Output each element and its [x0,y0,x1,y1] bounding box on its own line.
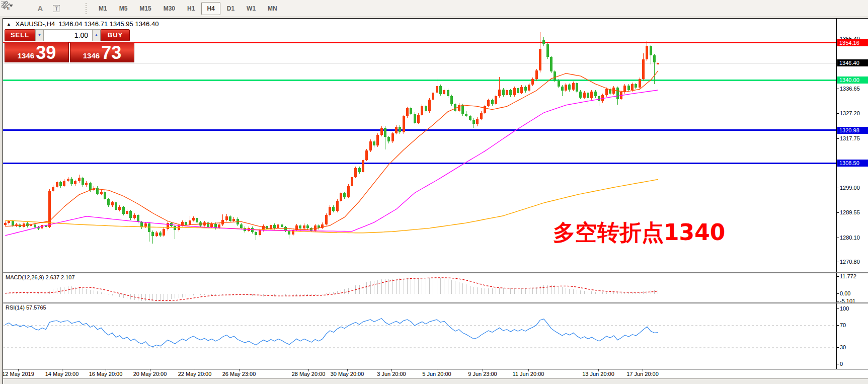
time-tick-label: 26 May 23:00 [222,371,256,377]
macd-label: MACD(12,26,9) 2.637 2.107 [6,274,75,280]
price-line-badge: 1340.00 [837,76,868,84]
text-tool-icon[interactable]: A [34,3,47,15]
collapse-triangle-icon[interactable]: ▲ [7,22,11,27]
time-tick-label: 11 Jun 20:00 [513,371,544,377]
rsi-chart [3,303,836,369]
arrow-objects-icon[interactable] [66,3,79,15]
volume-decrease-button[interactable]: ▼ [35,29,44,41]
time-axis: 12 May 201914 May 20:0016 May 20:0020 Ma… [3,369,868,378]
buy-price-main: 1346 [83,51,100,62]
time-tick-label: 17 Jun 20:00 [626,371,659,377]
timeframe-button-m1[interactable]: M1 [93,2,113,15]
price-tick-label: 1280.10 [840,235,860,241]
rsi-pane[interactable]: RSI(14) 57.5765 [3,303,836,369]
timeframe-button-h1[interactable]: H1 [182,2,200,15]
macd-axis: 11.7720.00-5.101 [836,273,868,302]
sell-button[interactable]: SELL [5,29,35,41]
price-line-badge: 1308.50 [837,160,868,167]
volume-input[interactable] [44,29,92,41]
macd-pane[interactable]: MACD(12,26,9) 2.637 2.107 [3,273,836,302]
rsi-tick-label: 0 [840,361,843,367]
timeframe-button-m5[interactable]: M5 [114,2,133,15]
time-tick-label: 9 Jun 23:00 [468,371,497,377]
symbol-label: XAUUSD-,H4 [16,20,55,28]
time-tick-label: 28 May 20:00 [292,371,326,377]
toolbar-separator [86,3,90,14]
time-tick-label: 30 May 20:00 [331,371,364,377]
price-tick-label: 1317.75 [840,135,860,141]
close-value: 1346.40 [135,20,159,28]
rsi-axis: 10070300 [836,303,868,369]
macd-chart [3,273,836,302]
rsi-tick-label: 70 [840,322,846,328]
time-tick-label: 16 May 20:00 [89,371,123,377]
sell-price-pips: 39 [36,44,56,62]
symbol-ohlc-header: ▲ XAUUSD-,H4 1346.04 1346.71 1345.95 134… [7,20,159,28]
macd-histogram [6,277,658,301]
main-price-pane[interactable]: ▲ XAUUSD-,H4 1346.04 1346.71 1345.95 134… [3,19,836,273]
candles [4,32,659,244]
chart-window: ▲ XAUUSD-,H4 1346.04 1346.71 1345.95 134… [3,18,868,384]
rsi-tick-label: 30 [840,344,846,350]
timeframe-button-m30[interactable]: M30 [158,2,181,15]
high-value: 1346.71 [84,20,108,28]
price-tick-label: 1270.80 [840,259,860,265]
timeframe-button-w1[interactable]: W1 [241,2,261,15]
buy-price-panel[interactable]: 1346 73 [70,42,134,62]
timeframe-button-d1[interactable]: D1 [221,2,240,15]
sell-price-panel[interactable]: 1346 39 [5,42,69,62]
volume-increase-button[interactable]: ▲ [92,29,101,41]
price-tick-label: 1289.55 [840,209,860,215]
rsi-label: RSI(14) 57.5765 [6,304,46,311]
time-tick-label: 20 May 20:00 [133,371,167,377]
rsi-tick-label: 100 [840,305,849,312]
chart-text-annotation: 多空转折点1340 [553,218,725,248]
time-tick-label: 14 May 20:00 [45,371,79,377]
timeframe-button-mn[interactable]: MN [262,2,283,15]
timeframe-button-m15[interactable]: M15 [134,2,156,15]
bottom-status-strip [3,378,868,384]
time-tick-label: 13 Jun 20:00 [582,371,614,377]
timeframe-button-group: M1M5M15M30H1H4D1W1MN [93,2,283,15]
price-tick-label: 1327.20 [840,110,860,116]
time-tick-label: 3 Jun 20:00 [377,371,406,377]
price-line-badge: 1354.16 [837,39,868,46]
current-price-badge: 1346.40 [837,59,868,66]
buy-button[interactable]: BUY [101,29,130,41]
rsi-line [6,319,658,347]
time-tick-label: 12 May 2019 [2,371,34,377]
time-tick-label: 22 May 20:00 [178,371,212,377]
text-label-icon[interactable]: T [50,3,63,15]
price-axis: 1355.401336.651327.201317.751299.001289.… [836,19,868,273]
macd-signal-line [6,278,658,301]
buy-price-pips: 73 [101,44,121,62]
fibonacci-grid-icon[interactable]: F [18,3,31,15]
time-tick-label: 5 Jun 20:00 [422,371,451,377]
price-tick-label: 1299.00 [840,185,860,191]
macd-tick-label: 11.772 [840,273,856,279]
low-value: 1345.95 [110,20,133,28]
timeframe-button-h4[interactable]: H4 [201,2,220,15]
price-line-badge: 1320.98 [837,127,868,134]
sell-price-main: 1346 [18,51,34,62]
one-click-trade-panel: SELL ▼ ▲ BUY 1346 39 1346 73 [5,29,135,62]
open-value: 1346.04 [59,20,83,28]
price-tick-label: 1336.65 [840,86,860,92]
macd-tick-label: 0.00 [840,290,850,296]
top-toolbar: E F A T M1M5M15M30H1H4D1W1MN [0,0,868,17]
moving-averages [6,71,658,236]
